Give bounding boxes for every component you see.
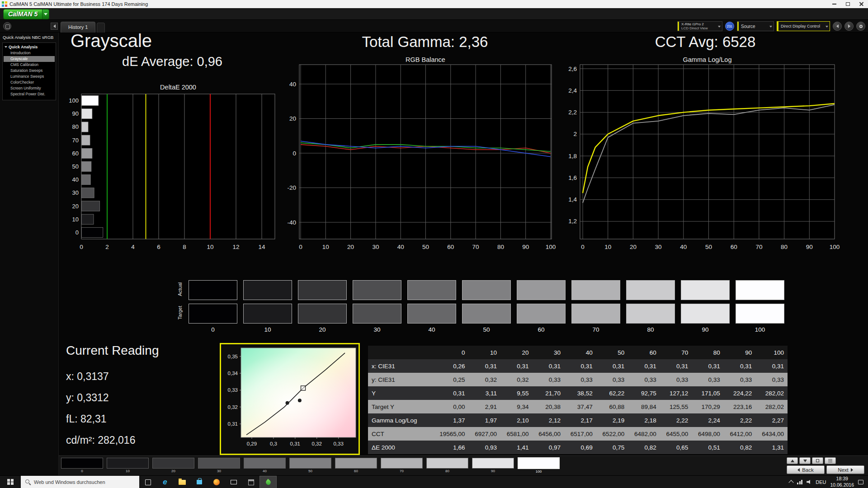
history-back-button[interactable] [833,22,842,31]
svg-text:100: 100 [69,97,79,104]
taskbar-icon-mail[interactable] [225,476,242,488]
svg-text:70: 70 [472,244,479,250]
cell-value: 0,82 [628,441,660,454]
pattern-down-button[interactable] [799,457,811,464]
actual-swatch-100 [736,280,784,300]
pattern-swatch-20[interactable]: 20 [152,458,194,474]
taskbar-icon-calman[interactable] [259,476,277,488]
sidebar-item-grayscale[interactable]: Grayscale [4,56,55,62]
svg-text:90: 90 [806,244,813,250]
sidebar-item-luminance-sweeps[interactable]: Luminance Sweeps [4,74,55,80]
cell-value: 0,65 [660,441,692,454]
pattern-swatch-0[interactable]: 0 [61,458,103,474]
cell-value: 3,11 [469,386,501,400]
sidebar-item-spectral-power-dist[interactable]: Spectral Power Dist. [4,91,55,97]
pattern-swatch-50[interactable]: 50 [289,458,331,474]
svg-text:12: 12 [232,244,239,250]
arrow-right-icon [848,24,850,28]
back-button[interactable]: Back [787,465,825,474]
cell-value: 1,66 [437,441,469,454]
settings-button[interactable] [856,22,865,31]
pattern-up-button[interactable] [787,457,798,464]
pattern-swatch-90[interactable]: 90 [472,458,514,474]
taskbar-icon-firefox[interactable] [208,476,225,488]
minimize-button[interactable] [827,0,841,8]
workflow-title: Quick Analysis NBC sRGB [0,33,58,41]
sidebar-item-screen-uniformity[interactable]: Screen Uniformity [4,85,55,91]
chevron-down-icon [769,26,772,28]
cell-value: 0,31 [660,359,692,373]
pattern-swatch-color [107,458,149,469]
app-menu-button[interactable] [3,22,11,30]
pattern-swatch-color [426,458,468,469]
row-label: x: CIE31 [368,359,437,373]
display-control-selector[interactable]: Direct Display Control [777,21,830,31]
pattern-swatch-60[interactable]: 60 [335,458,377,474]
cell-value: 9,55 [500,386,533,400]
cell-value: 6482,00 [628,427,660,441]
keyboard-language[interactable]: DEU [816,479,826,485]
maximize-button[interactable] [841,0,854,8]
cell-value: 20,38 [533,400,565,413]
target-swatch-60 [517,304,566,324]
display-control-label: Direct Display Control [781,24,823,28]
taskbar-icon-folder[interactable] [174,476,191,488]
meter-selector[interactable]: X-Rite i1Pro 2 LCD Direct View [677,21,722,31]
back-label: Back [802,467,814,473]
pattern-swatch-40[interactable]: 40 [244,458,286,474]
sidebar-collapse-button[interactable] [51,23,58,30]
sidebar-item-introduction[interactable]: Introduction [4,50,55,56]
cie-chart-panel[interactable]: 0,290,30,310,320,330,350,340,330,320,31 [220,343,360,455]
workflow-nav-buttons: Back Next [787,465,864,474]
close-button[interactable] [854,0,868,8]
next-button[interactable]: Next [826,465,864,474]
taskbar-search[interactable]: Web und Windows durchsuchen [21,476,139,488]
pattern-bar: 0102030405060708090100 Back Next [59,455,868,475]
pattern-window-button[interactable] [812,457,823,464]
cell-value: 2,12 [533,413,565,427]
cell-value: 62,22 [596,386,628,400]
calman-logo-menu[interactable]: CalMAN 5 [3,9,49,19]
svg-text:-40: -40 [287,219,296,226]
taskbar-icon-edge[interactable] [156,476,174,488]
pattern-options-button[interactable] [825,457,836,464]
swatch-level-label: 80 [626,326,675,333]
sidebar-item-colorchecker[interactable]: ColorChecker [4,80,55,85]
pattern-swatch-color [335,458,377,469]
tree-expander-icon [5,46,7,48]
svg-text:0,3: 0,3 [270,441,277,446]
actual-swatch-40 [407,280,456,300]
tray-expand-icon[interactable] [789,480,794,485]
pattern-swatch-10[interactable]: 10 [107,458,149,474]
taskbar-icon-window[interactable] [242,476,259,488]
network-icon[interactable] [797,480,802,484]
cell-value: 89,84 [628,400,660,413]
sidebar-item-saturation-sweeps[interactable]: Saturation Sweeps [4,68,55,74]
taskbar-clock[interactable]: 18:39 10.06.2016 [830,476,854,488]
cell-value: 1,97 [469,413,501,427]
arrow-up-icon [791,460,794,462]
svg-text:20: 20 [630,244,637,250]
taskbar-icon-store[interactable] [191,476,208,488]
svg-text:40: 40 [680,244,687,250]
history-forward-button[interactable] [844,22,854,31]
action-center-icon[interactable] [858,480,863,484]
pattern-swatch-70[interactable]: 70 [381,458,423,474]
swatch-level-label: 90 [681,326,730,333]
pattern-swatch-80[interactable]: 80 [426,458,468,474]
meter-count-badge: 231 [725,22,734,31]
cell-value: 6455,00 [660,427,692,441]
window-title: CalMAN 5 CalMAN Ultimate for Business 17… [9,1,148,7]
sidebar-item-quick-analysis[interactable]: Quick Analysis [4,44,55,50]
swatch-level-label: 20 [298,326,347,333]
pattern-swatch-color [381,458,423,469]
start-button[interactable] [0,476,21,488]
table-row-y: Y0,313,119,5521,7038,5262,2292,75127,121… [368,386,788,400]
pattern-swatch-100[interactable]: 100 [518,458,560,474]
row-label: ΔE 2000 [368,441,437,454]
sidebar-item-cms-calibration[interactable]: CMS Calibration [4,62,55,68]
source-selector[interactable]: Source [737,21,774,31]
pattern-swatch-30[interactable]: 30 [198,458,240,474]
volume-icon[interactable] [807,479,811,484]
taskbar-icon-task-view[interactable] [139,476,156,488]
